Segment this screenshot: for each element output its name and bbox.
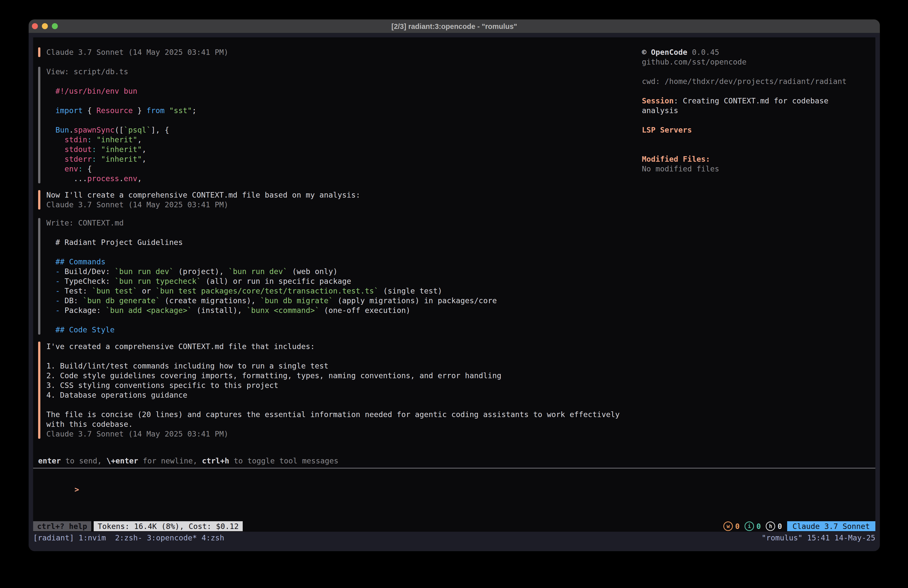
- terminal-line: 1. Build/lint/test commands including ho…: [46, 361, 620, 371]
- titlebar: [2/3] radiant:3:opencode - "romulus": [29, 19, 880, 33]
- terminal-line: Write: CONTEXT.md: [46, 218, 497, 228]
- text-segment: ,: [142, 145, 147, 154]
- text-segment: Resource: [97, 106, 133, 115]
- message-block: Now I'll create a comprehensive CONTEXT.…: [38, 190, 360, 209]
- text-segment: cwd: /home/thdxr/dev/projects/radiant/ra…: [642, 77, 847, 86]
- text-segment: enter: [38, 456, 61, 465]
- text-segment: ,: [142, 155, 147, 163]
- text-segment: "inherit": [101, 155, 142, 163]
- terminal-line: - TypeCheck: `bun run typecheck` (all) o…: [46, 276, 497, 286]
- text-segment: "inherit": [97, 135, 137, 144]
- message-content: Claude 3.7 Sonnet (14 May 2025 03:41 PM): [46, 47, 228, 57]
- text-segment: -: [46, 277, 64, 285]
- terminal-line: [46, 400, 620, 409]
- terminal-line: [46, 315, 497, 325]
- text-segment: .: [119, 174, 124, 183]
- text-segment: `bun test`: [92, 287, 138, 295]
- text-segment: (single test): [378, 287, 442, 295]
- sidebar-line: github.com/sst/opencode: [642, 57, 747, 67]
- text-segment: Claude 3.7 Sonnet (14 May 2025 03:41 PM): [46, 200, 228, 209]
- terminal-line: Claude 3.7 Sonnet (14 May 2025 03:41 PM): [46, 429, 620, 439]
- text-segment: # Radiant Project Guidelines: [46, 238, 183, 246]
- terminal-line: [46, 351, 620, 361]
- text-segment: 4. Database operations guidance: [46, 391, 187, 400]
- terminal-line: ...process.env,: [46, 174, 196, 184]
- text-segment: [46, 126, 56, 134]
- text-segment: `bun test packages/core/test/transaction…: [156, 287, 378, 295]
- text-segment: The file is concise (20 lines) and captu…: [46, 410, 620, 419]
- terminal-line: Claude 3.7 Sonnet (14 May 2025 03:41 PM): [46, 200, 360, 209]
- prompt-input[interactable]: >: [38, 475, 79, 485]
- text-segment: Write: CONTEXT.md: [46, 219, 124, 227]
- text-segment: (install),: [192, 306, 246, 315]
- text-segment: 1. Build/lint/test commands including ho…: [46, 361, 328, 370]
- model-chip[interactable]: Claude 3.7 Sonnet: [787, 521, 875, 531]
- text-segment: ## Commands: [46, 258, 105, 266]
- text-segment: [46, 145, 64, 154]
- text-segment: "sst": [169, 106, 192, 115]
- text-segment: 3. CSS styling conventions specific to t…: [46, 381, 279, 390]
- terminal-line: ## Commands: [46, 257, 497, 267]
- message-block: Write: CONTEXT.md # Radiant Project Guid…: [38, 218, 497, 335]
- terminal-line: - Build/Dev: `bun run dev` (project), `b…: [46, 267, 497, 276]
- text-segment: -: [46, 306, 64, 315]
- terminal-line: The file is concise (20 lines) and captu…: [46, 409, 620, 419]
- text-segment: github.com/sst/opencode: [642, 58, 747, 66]
- message-content: Now I'll create a comprehensive CONTEXT.…: [46, 190, 360, 209]
- terminal-line: - DB: `bun db generate` (create migratio…: [46, 296, 497, 306]
- text-segment: import: [56, 106, 83, 115]
- text-segment: I've created a comprehensive CONTEXT.md …: [46, 342, 315, 351]
- text-segment: `bun add <package>`: [105, 306, 192, 315]
- text-segment: with this codebase.: [46, 420, 133, 429]
- text-segment: Session: [642, 97, 674, 105]
- text-segment: Claude 3.7 Sonnet (14 May 2025 03:41 PM): [46, 48, 228, 56]
- text-segment: :: [87, 135, 97, 144]
- text-segment: :: [78, 164, 87, 173]
- tmux-window-list[interactable]: [radiant] 1:nvim 2:zsh- 3:opencode* 4:zs…: [33, 533, 224, 542]
- text-segment: (apply migrations) in packages/core: [333, 296, 497, 305]
- text-segment: (project),: [174, 267, 228, 276]
- status-left: ctrl+? help Tokens: 16.4K (8%), Cost: $0…: [33, 521, 243, 531]
- badge-count: 0: [756, 522, 761, 531]
- terminal-line: Claude 3.7 Sonnet (14 May 2025 03:41 PM): [46, 47, 228, 57]
- text-segment: to toggle tool messages: [229, 456, 338, 465]
- message-block: I've created a comprehensive CONTEXT.md …: [38, 342, 620, 439]
- text-segment: © OpenCode: [642, 48, 692, 56]
- terminal-line: [46, 247, 497, 257]
- terminal-window: [2/3] radiant:3:opencode - "romulus" Cla…: [29, 19, 880, 551]
- badge-count: 0: [735, 522, 739, 531]
- terminal-line: View: script/db.ts: [46, 67, 196, 76]
- sidebar-line: Session: Creating CONTEXT.md for codebas…: [642, 96, 829, 106]
- terminal-line: stderr: "inherit",: [46, 154, 196, 164]
- text-segment: ,: [137, 174, 142, 183]
- text-segment: `bun run dev`: [228, 267, 287, 276]
- w-circle-icon: w: [723, 522, 733, 531]
- text-segment: ,: [137, 135, 142, 144]
- terminal-line: [46, 96, 196, 106]
- text-segment: `bunx <command>`: [247, 306, 319, 315]
- help-chip[interactable]: ctrl+? help: [33, 521, 91, 531]
- text-segment: Package:: [64, 306, 105, 315]
- text-segment: Bun: [56, 126, 69, 134]
- text-segment: Build/Dev:: [64, 267, 114, 276]
- input-divider: [33, 468, 875, 469]
- text-segment: analysis: [642, 106, 678, 115]
- terminal-line: 2. Code style guidelines covering import…: [46, 371, 620, 380]
- text-segment: process: [87, 174, 119, 183]
- text-segment: to send,: [61, 456, 106, 465]
- prompt-symbol: >: [74, 485, 79, 494]
- terminal-line: [46, 76, 196, 86]
- terminal-line: 3. CSS styling conventions specific to t…: [46, 380, 620, 390]
- text-segment: stdout: [64, 145, 92, 154]
- terminal-line: Now I'll create a comprehensive CONTEXT.…: [46, 190, 360, 200]
- terminal-line: ## Code Style: [46, 325, 497, 335]
- terminal-line: 4. Database operations guidance: [46, 390, 620, 400]
- terminal-line: stdin: "inherit",: [46, 135, 196, 145]
- text-segment: Claude 3.7 Sonnet (14 May 2025 03:41 PM): [46, 430, 228, 438]
- text-segment: #!/usr/bin/env bun: [46, 87, 137, 95]
- tmux-statusbar: [radiant] 1:nvim 2:zsh- 3:opencode* 4:zs…: [33, 533, 875, 543]
- text-segment: 0.0.45: [692, 48, 720, 56]
- message-accent-bar: [38, 47, 40, 57]
- text-segment: (all) or run in specific package: [201, 277, 351, 285]
- text-segment: }: [133, 106, 147, 115]
